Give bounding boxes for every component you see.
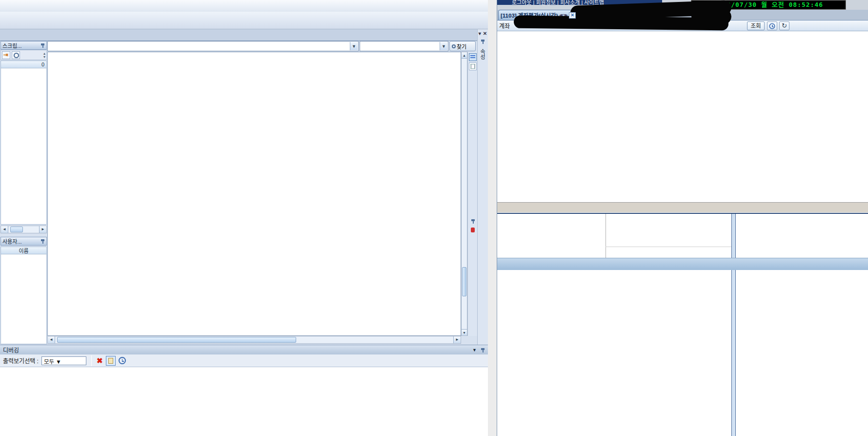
output-filter-combo[interactable]: 모두 ▼ (41, 356, 86, 365)
list-view-icon[interactable] (469, 53, 477, 61)
scroll-right-arrow[interactable]: ► (453, 336, 461, 343)
scroll-left-arrow[interactable]: ◄ (1, 226, 8, 233)
chevron-down-icon[interactable]: ▼ (56, 359, 61, 365)
chevron-down-icon[interactable]: ▾ (479, 31, 481, 36)
timestamp-icon[interactable] (119, 357, 126, 364)
document-tab-bar (0, 29, 488, 41)
debug-output[interactable] (0, 367, 488, 436)
scroll-left-arrow[interactable]: ◄ (48, 336, 55, 343)
scroll-up-arrow[interactable]: ▲ (462, 52, 467, 59)
scroll-down-arrow[interactable]: ▼ (462, 329, 467, 335)
debug-toolbar: 출력보기선택 : 모두 ▼ ✖ (0, 354, 488, 367)
user-panel-title: 사용자... (2, 237, 22, 245)
script-editor-window: 스크립... ▴▾ 0 ◄ ► 사용자... 이름 ▼ ▼ 찾기 (0, 0, 488, 436)
object-combo[interactable]: ▼ (47, 41, 359, 51)
chevron-down-icon[interactable]: ▼ (472, 348, 477, 353)
chevron-down-icon[interactable]: ▼ (440, 42, 447, 50)
desktop-gap (488, 0, 497, 436)
toolbar (0, 12, 488, 29)
trading-window: 로그아웃 | 회원정보 | 회사소개 | 사이트맵 2018/07/30 월 오… (497, 0, 868, 436)
close-icon[interactable]: ✕ (483, 31, 487, 36)
search-combo[interactable]: ▼ (360, 41, 448, 51)
properties-panel-tab[interactable]: 속성 (480, 49, 486, 60)
debug-panel-title-bar[interactable]: 디버깅 ▼ (0, 345, 488, 354)
orders-section-band (497, 258, 868, 270)
output-filter-label: 출력보기선택 : (3, 356, 39, 365)
refresh-icon-button[interactable]: ↻ (779, 21, 789, 30)
editor-side-strip (467, 52, 477, 336)
scrollbar-thumb[interactable] (10, 227, 23, 232)
query-button[interactable]: 조회 (747, 21, 765, 30)
log-notebook-icon[interactable] (106, 356, 116, 366)
editor-vertical-scrollbar[interactable]: ▲ ▼ (461, 52, 467, 336)
orders-scrollbar[interactable] (731, 270, 736, 436)
pin-icon[interactable] (40, 239, 45, 244)
desktop: 스크립... ▴▾ 0 ◄ ► 사용자... 이름 ▼ ▼ 찾기 (0, 0, 868, 436)
panel-divider (606, 214, 606, 259)
tree-horizontal-scrollbar[interactable]: ◄ ► (0, 226, 47, 233)
user-column-header[interactable]: 이름 (0, 247, 47, 254)
chevron-down-icon[interactable]: ▼ (350, 42, 358, 50)
user-panel-title-bar[interactable]: 사용자... (0, 237, 47, 246)
splitter-band[interactable] (497, 202, 868, 213)
user-function-list (0, 254, 47, 344)
refresh-icon: ↻ (782, 22, 787, 29)
clock-icon-button[interactable] (767, 21, 777, 30)
search-icon (452, 44, 456, 48)
script-panel-title: 스크립... (2, 42, 22, 49)
close-icon[interactable]: ✕ (569, 12, 576, 19)
script-panel-title-bar[interactable]: 스크립... (0, 41, 47, 50)
menu-bar (0, 0, 488, 12)
pin-icon[interactable] (40, 43, 45, 48)
right-dock-strip: ▾ ✕ 속성 (477, 29, 488, 345)
scrollbar-thumb[interactable] (57, 337, 296, 343)
clear-output-icon[interactable]: ✖ (97, 356, 103, 365)
scrollbar-thumb[interactable] (462, 267, 466, 296)
script-panel-toolbar: ▴▾ (0, 50, 47, 60)
code-editor[interactable] (47, 52, 461, 336)
script-object-tree (0, 68, 47, 225)
pin-icon[interactable] (469, 217, 477, 225)
find-button[interactable]: 찾기 (449, 41, 476, 51)
divider (91, 355, 92, 366)
pin-icon[interactable] (481, 348, 485, 353)
scroll-right-arrow[interactable]: ► (39, 226, 46, 233)
account-label: 계좌 (497, 21, 512, 30)
redaction-scribble (691, 5, 731, 28)
grid-view-icon[interactable] (469, 62, 477, 70)
pin-icon[interactable] (481, 39, 485, 44)
search-icon[interactable] (12, 51, 20, 59)
middle-panels (497, 213, 868, 258)
panel-scrollbar[interactable] (731, 214, 736, 259)
panel-line (606, 247, 731, 247)
breakpoint-icon[interactable] (469, 226, 477, 234)
run-to-icon[interactable] (2, 51, 10, 59)
editor-horizontal-scrollbar[interactable]: ◄ ► (47, 336, 461, 344)
tree-column-header[interactable]: 0 (0, 61, 47, 68)
panel-overflow-icon[interactable]: ▴▾ (43, 52, 46, 59)
debug-panel-title: 디버깅 (3, 346, 19, 354)
